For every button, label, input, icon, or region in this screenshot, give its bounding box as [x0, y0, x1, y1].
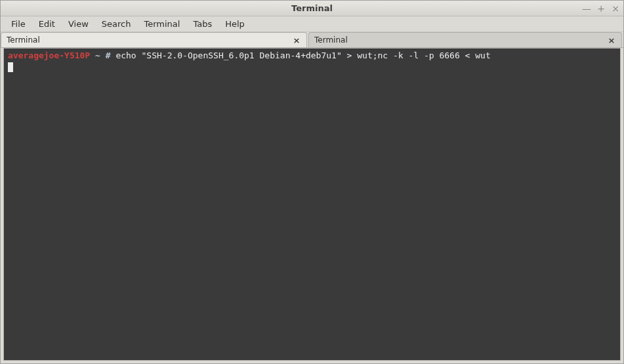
- menu-tabs[interactable]: Tabs: [186, 17, 218, 31]
- menu-search[interactable]: Search: [95, 17, 138, 31]
- prompt-symbol: #: [106, 51, 111, 60]
- menu-help[interactable]: Help: [218, 17, 251, 31]
- menu-view[interactable]: View: [62, 17, 95, 31]
- command-line: echo "SSH-2.0-OpenSSH_6.0p1 Debian-4+deb…: [115, 51, 490, 60]
- menu-terminal[interactable]: Terminal: [137, 17, 186, 31]
- menubar: File Edit View Search Terminal Tabs Help: [1, 16, 623, 32]
- tab-close-icon[interactable]: ×: [607, 35, 616, 45]
- menu-file[interactable]: File: [5, 17, 32, 31]
- prompt-hostname: averagejoe-Y510P: [8, 51, 90, 60]
- terminal-window: Terminal — + × File Edit View Search Ter…: [0, 0, 624, 364]
- tab-close-icon[interactable]: ×: [292, 35, 301, 45]
- minimize-button[interactable]: —: [581, 3, 592, 14]
- tab-terminal-1[interactable]: Terminal ×: [1, 32, 307, 47]
- menu-edit[interactable]: Edit: [32, 17, 62, 31]
- window-controls: — + ×: [581, 3, 621, 14]
- terminal-viewport[interactable]: averagejoe-Y510P ~ # echo "SSH-2.0-OpenS…: [3, 48, 621, 361]
- tab-terminal-2[interactable]: Terminal ×: [308, 32, 622, 47]
- prompt-path: ~: [95, 51, 100, 60]
- tabbar: Terminal × Terminal ×: [1, 32, 623, 48]
- titlebar[interactable]: Terminal — + ×: [1, 1, 623, 16]
- tab-label: Terminal: [7, 35, 40, 45]
- close-button[interactable]: ×: [610, 3, 621, 14]
- maximize-button[interactable]: +: [596, 3, 606, 14]
- tab-label: Terminal: [314, 35, 348, 45]
- window-title: Terminal: [291, 3, 333, 13]
- cursor-icon: [8, 62, 13, 72]
